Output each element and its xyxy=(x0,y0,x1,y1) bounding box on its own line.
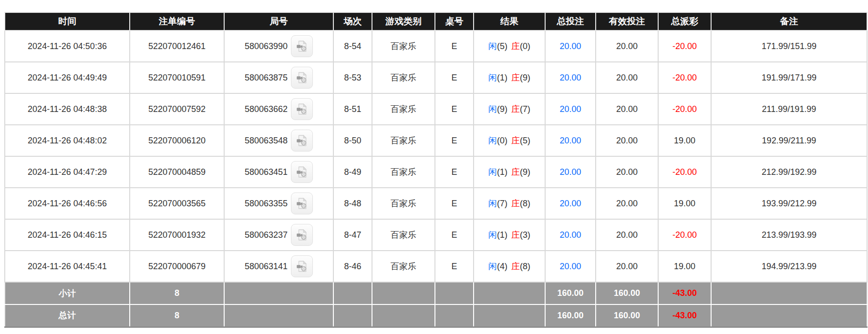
cell-result: 闲(1)庄(3) xyxy=(474,219,545,251)
cell-round-id: 580063451 xyxy=(224,156,333,188)
cell-table-no: E xyxy=(435,62,474,93)
player-label: 闲 xyxy=(488,136,497,145)
video-file-icon xyxy=(295,228,309,242)
cell-total-bet: 20.00 xyxy=(545,30,596,62)
cell-game-type: 百家乐 xyxy=(372,156,435,188)
column-header-table_no: 桌号 xyxy=(435,12,474,30)
cell-total-payout: 19.00 xyxy=(658,251,711,282)
video-file-icon xyxy=(295,40,309,53)
summary-count: 8 xyxy=(130,304,224,327)
cell-bet-id: 522070006120 xyxy=(130,125,224,156)
round-id-text: 580063237 xyxy=(245,230,288,240)
cell-total-payout: 19.00 xyxy=(658,188,711,219)
video-replay-button[interactable] xyxy=(291,224,313,246)
summary-total-bet: 160.00 xyxy=(545,282,596,304)
video-replay-button[interactable] xyxy=(291,255,313,277)
player-points: (7) xyxy=(497,199,507,208)
summary-empty-cell xyxy=(435,282,474,304)
cell-result: 闲(4)庄(8) xyxy=(474,251,545,282)
player-points: (0) xyxy=(497,136,507,145)
video-replay-button[interactable] xyxy=(291,67,313,89)
video-file-icon xyxy=(295,165,309,179)
summary-empty-cell xyxy=(224,304,333,327)
column-header-round_id: 局号 xyxy=(224,12,333,30)
column-header-result: 结果 xyxy=(474,12,545,30)
round-id-group: 580063990 xyxy=(245,35,313,57)
cell-time: 2024-11-26 04:48:38 xyxy=(5,93,130,125)
video-replay-button[interactable] xyxy=(291,161,313,183)
banker-label: 庄 xyxy=(511,104,520,114)
summary-empty-cell xyxy=(372,282,435,304)
cell-valid-bet: 20.00 xyxy=(596,219,658,251)
cell-round-id: 580063355 xyxy=(224,188,333,219)
table-row: 2024-11-26 04:46:56 522070003565 5800633… xyxy=(5,188,867,219)
cell-table-no: E xyxy=(435,156,474,188)
summary-empty-cell xyxy=(372,304,435,327)
cell-total-bet: 20.00 xyxy=(545,219,596,251)
column-header-game_type: 游戏类别 xyxy=(372,12,435,30)
cell-round-id: 580063990 xyxy=(224,30,333,62)
video-file-icon xyxy=(295,197,309,210)
cell-result: 闲(0)庄(5) xyxy=(474,125,545,156)
table-body: 2024-11-26 04:50:36 522070012461 5800639… xyxy=(5,30,867,282)
round-id-text: 580063548 xyxy=(245,136,288,146)
header-row: 时间注单编号局号场次游戏类别桌号结果总投注有效投注总派彩备注 xyxy=(5,12,867,30)
cell-result: 闲(1)庄(9) xyxy=(474,62,545,93)
cell-total-payout: -20.00 xyxy=(658,93,711,125)
video-replay-button[interactable] xyxy=(291,130,313,152)
cell-round-id: 580063237 xyxy=(224,219,333,251)
cell-time: 2024-11-26 04:45:41 xyxy=(5,251,130,282)
summary-empty-cell xyxy=(474,282,545,304)
table-row: 2024-11-26 04:46:15 522070001932 5800632… xyxy=(5,219,867,251)
banker-label: 庄 xyxy=(511,230,520,240)
summary-empty-cell xyxy=(224,282,333,304)
cell-session: 8-47 xyxy=(333,219,372,251)
cell-total-payout: 19.00 xyxy=(658,125,711,156)
table-row: 2024-11-26 04:49:49 522070010591 5800638… xyxy=(5,62,867,93)
round-id-group: 580063237 xyxy=(245,224,313,246)
cell-valid-bet: 20.00 xyxy=(596,188,658,219)
cell-time: 2024-11-26 04:50:36 xyxy=(5,30,130,62)
summary-row: 小计 8 160.00 160.00 -43.00 xyxy=(5,282,867,304)
table-header: 时间注单编号局号场次游戏类别桌号结果总投注有效投注总派彩备注 xyxy=(5,12,867,30)
cell-result: 闲(9)庄(7) xyxy=(474,93,545,125)
player-label: 闲 xyxy=(488,230,497,240)
cell-valid-bet: 20.00 xyxy=(596,125,658,156)
cell-total-bet: 20.00 xyxy=(545,125,596,156)
cell-round-id: 580063548 xyxy=(224,125,333,156)
cell-remark: 192.99/211.99 xyxy=(711,125,867,156)
summary-count: 8 xyxy=(130,282,224,304)
cell-game-type: 百家乐 xyxy=(372,62,435,93)
cell-valid-bet: 20.00 xyxy=(596,93,658,125)
cell-total-bet: 20.00 xyxy=(545,93,596,125)
cell-game-type: 百家乐 xyxy=(372,125,435,156)
round-id-group: 580063141 xyxy=(245,255,313,277)
cell-round-id: 580063875 xyxy=(224,62,333,93)
banker-label: 庄 xyxy=(511,167,520,177)
round-id-text: 580063355 xyxy=(245,199,288,209)
banker-label: 庄 xyxy=(511,41,520,51)
cell-total-bet: 20.00 xyxy=(545,156,596,188)
cell-valid-bet: 20.00 xyxy=(596,62,658,93)
table-footer: 小计 8 160.00 160.00 -43.00 总计 8 160.00 16… xyxy=(5,282,867,327)
round-id-text: 580063875 xyxy=(245,73,288,83)
cell-game-type: 百家乐 xyxy=(372,188,435,219)
cell-total-payout: -20.00 xyxy=(658,62,711,93)
video-replay-button[interactable] xyxy=(291,35,313,57)
player-label: 闲 xyxy=(488,104,497,114)
player-label: 闲 xyxy=(488,41,497,51)
cell-session: 8-54 xyxy=(333,30,372,62)
player-label: 闲 xyxy=(488,167,497,177)
summary-empty-cell xyxy=(333,282,372,304)
cell-bet-id: 522070007592 xyxy=(130,93,224,125)
video-replay-button[interactable] xyxy=(291,98,313,120)
cell-total-bet: 20.00 xyxy=(545,251,596,282)
cell-session: 8-51 xyxy=(333,93,372,125)
table-row: 2024-11-26 04:48:38 522070007592 5800636… xyxy=(5,93,867,125)
video-file-icon xyxy=(295,102,309,116)
cell-table-no: E xyxy=(435,125,474,156)
video-file-icon xyxy=(295,134,309,147)
video-replay-button[interactable] xyxy=(291,192,313,214)
cell-game-type: 百家乐 xyxy=(372,251,435,282)
summary-total-payout: -43.00 xyxy=(658,282,711,304)
